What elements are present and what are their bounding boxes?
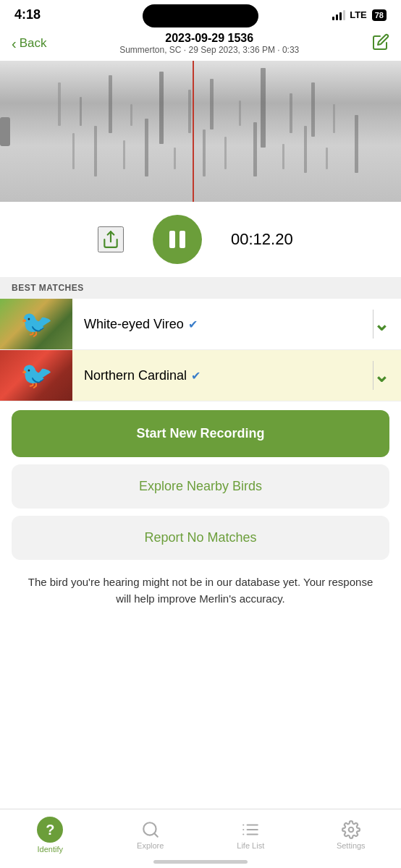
back-label[interactable]: Back	[20, 36, 47, 51]
svg-rect-26	[355, 115, 358, 173]
explore-nearby-button[interactable]: Explore Nearby Birds	[12, 464, 389, 509]
svg-rect-15	[72, 133, 75, 169]
match-item-cardinal[interactable]: Northern Cardinal ✔ ⌄	[0, 350, 401, 401]
recording-id: 2023-09-29 1536	[119, 32, 299, 45]
home-indicator	[153, 860, 248, 864]
svg-rect-9	[210, 79, 214, 129]
nav-item-settings[interactable]: Settings	[326, 820, 376, 850]
svg-rect-13	[311, 82, 315, 137]
vireo-name: White-eyed Vireo ✔	[72, 317, 373, 332]
edit-button[interactable]	[372, 33, 389, 54]
svg-rect-8	[188, 90, 191, 133]
svg-rect-23	[282, 144, 284, 169]
scrubber-handle[interactable]	[0, 117, 10, 146]
svg-rect-16	[94, 126, 97, 176]
cardinal-verified-icon: ✔	[191, 369, 200, 383]
recording-subtitle: Summerton, SC · 29 Sep 2023, 3:36 PM · 0…	[119, 45, 299, 55]
svg-rect-14	[333, 104, 335, 133]
svg-rect-17	[123, 140, 125, 169]
svg-point-36	[349, 827, 354, 833]
action-buttons: Start New Recording Explore Nearby Birds…	[0, 401, 401, 569]
recording-title: 2023-09-29 1536 Summerton, SC · 29 Sep 2…	[119, 32, 299, 55]
playback-controls: 00:12.20	[0, 202, 401, 277]
explore-search-icon	[141, 820, 160, 839]
share-icon	[101, 230, 120, 249]
svg-rect-21	[224, 137, 227, 169]
spectrogram-svg	[0, 61, 401, 202]
lifelist-label: Life List	[237, 841, 264, 850]
playback-timer: 00:12.20	[231, 230, 303, 249]
svg-rect-4	[80, 97, 82, 126]
cardinal-name: Northern Cardinal ✔	[72, 368, 373, 383]
pause-button[interactable]	[153, 215, 202, 264]
svg-rect-5	[109, 75, 112, 133]
nav-item-identify[interactable]: ? Identify	[25, 817, 75, 854]
lifelist-icon	[241, 820, 260, 839]
battery-icon: 78	[372, 9, 387, 21]
nav-header: ‹ Back 2023-09-29 1536 Summerton, SC · 2…	[0, 26, 401, 61]
status-time: 4:18	[14, 7, 41, 22]
start-recording-button[interactable]: Start New Recording	[12, 410, 389, 457]
svg-rect-10	[239, 101, 241, 126]
settings-gear-icon	[342, 820, 360, 839]
svg-rect-6	[130, 104, 132, 126]
svg-rect-19	[174, 148, 176, 169]
pause-icon	[169, 231, 185, 248]
svg-rect-24	[304, 126, 307, 173]
lte-label: LTE	[350, 9, 367, 20]
nav-item-explore[interactable]: Explore	[125, 820, 176, 850]
svg-rect-22	[253, 122, 257, 176]
share-button[interactable]	[98, 226, 124, 252]
report-no-matches-button[interactable]: Report No Matches	[12, 516, 389, 560]
nav-item-lifelist[interactable]: Life List	[225, 820, 276, 850]
identify-label: Identify	[38, 845, 63, 854]
cardinal-image	[0, 350, 72, 401]
vireo-expand-icon[interactable]: ⌄	[373, 313, 401, 336]
identify-icon: ?	[37, 817, 63, 843]
svg-rect-3	[58, 82, 61, 126]
svg-rect-20	[203, 129, 206, 176]
svg-rect-7	[159, 72, 164, 144]
vireo-verified-icon: ✔	[188, 318, 198, 331]
svg-line-29	[154, 833, 158, 837]
settings-label: Settings	[337, 841, 366, 850]
match-item-vireo[interactable]: White-eyed Vireo ✔ ⌄	[0, 299, 401, 350]
bottom-nav: ? Identify Explore Life List Settings	[0, 809, 401, 868]
edit-icon	[372, 33, 389, 51]
svg-rect-2	[0, 61, 401, 202]
signal-icon	[332, 10, 345, 20]
best-matches-header: BEST MATCHES	[0, 277, 401, 299]
playhead-line	[193, 61, 194, 202]
explore-label: Explore	[137, 841, 164, 850]
back-chevron-icon: ‹	[12, 35, 17, 52]
svg-rect-25	[326, 148, 328, 169]
back-button[interactable]: ‹ Back	[12, 35, 46, 52]
cardinal-expand-icon[interactable]: ⌄	[373, 365, 401, 387]
help-text: The bird you're hearing might not be in …	[0, 569, 401, 613]
svg-rect-12	[290, 93, 292, 133]
svg-rect-11	[261, 68, 266, 148]
spectrogram[interactable]	[0, 61, 401, 202]
svg-rect-18	[145, 119, 148, 176]
vireo-image	[0, 299, 72, 349]
